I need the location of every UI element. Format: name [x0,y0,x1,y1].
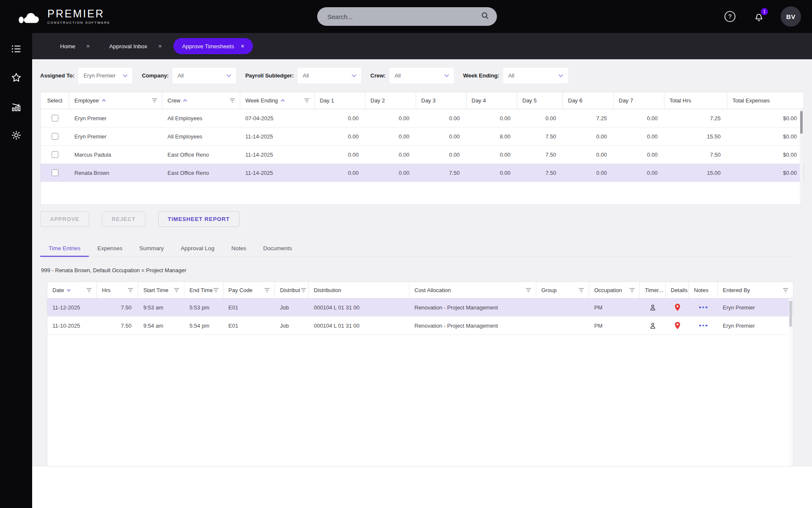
time-entry-row[interactable]: 11-10-2025 7.50 9:54 am 5:54 pm E01 Job … [47,317,793,335]
col-entered-by[interactable]: Entered By [718,282,793,298]
timesheets-table: Select Employee Crew Week Ending Day 1 [40,92,804,205]
row-checkbox[interactable] [52,115,58,121]
col-select: Select [41,92,69,109]
reject-button[interactable]: REJECT [102,211,145,227]
distribution-cell: 000104 L 01 31 00 [309,317,409,334]
topbar: PREMIER CONSTRUCTION SOFTWARE ? [0,0,812,33]
time-entries-scrollbar[interactable] [789,299,793,467]
col-distribution-type[interactable]: Distribut [275,282,309,298]
close-icon[interactable]: × [158,43,162,49]
row-checkbox[interactable] [52,169,58,176]
crew-select[interactable]: All [390,68,454,83]
filter-label: Payroll Subledger: [245,72,294,79]
sidebar-item-menu[interactable] [9,42,23,57]
filter-company: Company: All [142,68,236,83]
sidebar-item-favorites[interactable] [9,71,23,86]
total-hrs-cell: 7.25 [664,109,727,127]
day-cell: 7.50 [416,164,466,182]
timesheet-row[interactable]: Marcus Padula East Office Reno 11-14-202… [41,146,804,164]
crew-cell: All Employees [162,109,240,127]
row-checkbox[interactable] [52,151,58,158]
assigned-to-select[interactable]: Eryn Premier [78,68,132,83]
star-icon [11,72,22,85]
tab-approval-inbox[interactable]: Approval Inbox × [102,38,169,55]
col-week-ending[interactable]: Week Ending [240,92,315,109]
sort-asc-icon [183,99,187,102]
time-entries-table: Date Hrs Start Time End Time Pay [47,282,793,467]
user-avatar[interactable]: BV [781,6,801,27]
total-expenses-cell: $0.00 [727,109,804,127]
date-cell: 11-10-2025 [47,317,97,334]
ellipsis-icon [699,325,708,327]
main-content: Assigned To: Eryn Premier Company: All P… [32,59,812,467]
search-input[interactable] [327,13,481,20]
filter-icon [173,287,180,293]
tab-notes[interactable]: Notes [223,240,255,257]
day-cell: 8.00 [466,127,517,145]
scrollbar-thumb[interactable] [789,301,792,327]
time-entry-row-selected[interactable]: 11-12-2025 7.50 9:53 am 5:53 pm E01 Job … [47,298,793,317]
search-icon[interactable] [481,11,489,22]
col-pay-code[interactable]: Pay Code [223,282,275,298]
timesheet-row[interactable]: Eryn Premier All Employees 07-04-2025 0.… [41,109,804,127]
approve-button[interactable]: APPROVE [40,211,89,227]
end-time-cell: 5:53 pm [184,298,223,316]
occupation-cell: PM [589,317,640,334]
col-employee[interactable]: Employee [69,92,162,109]
timer-cell[interactable] [640,298,666,316]
tab-approval-log[interactable]: Approval Log [172,240,223,257]
week-ending-select[interactable]: All [503,68,568,83]
day-cell: 0.00 [315,127,365,145]
col-distribution[interactable]: Distribution [309,282,409,298]
row-checkbox[interactable] [52,133,58,140]
app-window: PREMIER CONSTRUCTION SOFTWARE ? [0,0,812,508]
col-day-4: Day 4 [466,92,517,109]
col-occupation[interactable]: Occupation [589,282,640,298]
details-cell[interactable] [666,317,689,334]
notifications-button[interactable]: 1 [752,10,765,23]
crew-cell: East Office Reno [162,164,240,182]
tab-expenses[interactable]: Expenses [89,240,131,257]
col-cost-allocation[interactable]: Cost Allocation [409,282,536,298]
week-ending-cell: 11-14-2025 [240,164,315,182]
tab-approve-timesheets[interactable]: Approve Timesheets × [173,38,252,54]
close-icon[interactable]: × [241,43,244,49]
col-start-time[interactable]: Start Time [138,282,184,298]
filter-icon [229,98,236,103]
search-bar[interactable] [317,7,497,26]
tab-summary[interactable]: Summary [131,240,173,257]
timesheets-scrollbar[interactable] [800,110,803,204]
timesheet-row[interactable]: Eryn Premier All Employees 11-14-2025 0.… [41,127,804,146]
col-hrs[interactable]: Hrs [97,282,138,298]
help-button[interactable]: ? [723,10,737,23]
notes-cell[interactable] [689,298,718,316]
col-date[interactable]: Date [47,282,97,298]
col-end-time[interactable]: End Time [184,282,223,298]
page-bottom [32,467,812,508]
sidebar-item-settings[interactable] [9,129,23,143]
col-notes: Notes [689,282,718,298]
day-cell: 0.00 [614,164,664,182]
details-cell[interactable] [666,298,689,316]
timesheet-report-button[interactable]: TIMESHEET REPORT [158,211,240,227]
sidebar-item-reports[interactable] [9,100,23,114]
tab-documents[interactable]: Documents [255,240,300,257]
notes-cell[interactable] [689,317,718,334]
close-icon[interactable]: × [86,43,90,49]
pay-code-cell: E01 [223,317,275,334]
app-logo[interactable]: PREMIER CONSTRUCTION SOFTWARE [18,7,110,26]
timer-cell[interactable] [640,317,666,334]
date-cell: 11-12-2025 [47,298,97,316]
col-group[interactable]: Group [536,282,589,298]
filter-icon [525,287,532,293]
tab-home[interactable]: Home × [52,38,97,55]
payroll-subledger-select[interactable]: All [298,68,361,83]
scrollbar-thumb[interactable] [800,111,803,134]
timesheet-row-selected[interactable]: Renata Brown East Office Reno 11-14-2025… [41,164,804,182]
col-crew[interactable]: Crew [162,92,240,109]
chevron-down-icon [444,74,450,77]
tab-time-entries[interactable]: Time Entries [40,240,89,257]
notification-badge: 1 [761,8,768,15]
col-day-3: Day 3 [416,92,466,109]
company-select[interactable]: All [173,68,236,83]
